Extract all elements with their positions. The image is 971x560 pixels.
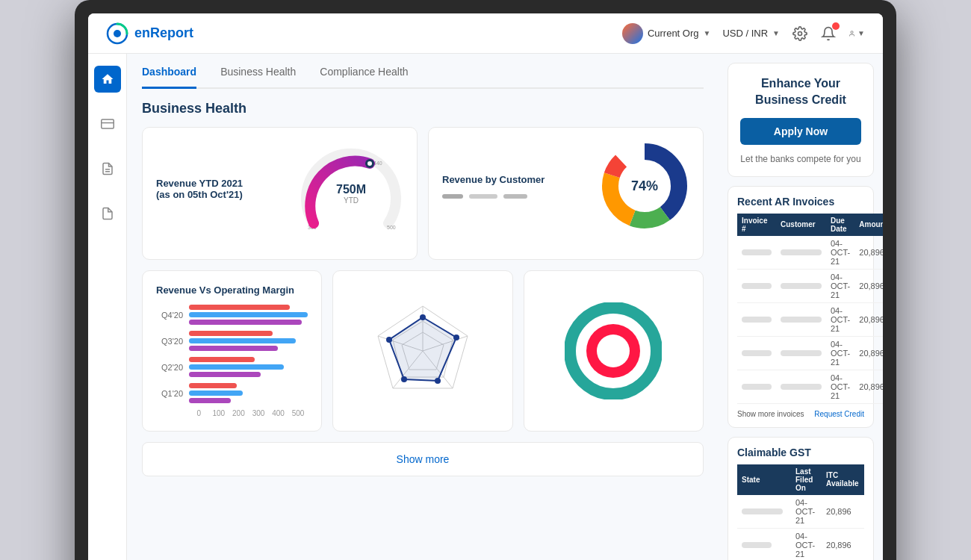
sidebar-item-docs[interactable]	[94, 155, 121, 182]
ar-invoice-num	[737, 302, 776, 336]
apply-now-button[interactable]: Apply Now	[740, 118, 861, 145]
sidebar-item-card[interactable]	[94, 111, 121, 137]
gst-panel: Claimable GST State Last Filed On ITC Av…	[728, 437, 874, 560]
svg-point-28	[420, 314, 426, 320]
ar-customer	[776, 370, 826, 403]
tabs-bar: Dashboard Business Health Compliance Hea…	[142, 54, 704, 89]
svg-point-1	[114, 30, 121, 37]
ring-chart-card	[524, 270, 704, 432]
donut-percent: 74%	[631, 178, 658, 194]
svg-point-13	[367, 161, 372, 166]
gst-itc: 20,896	[822, 528, 864, 560]
svg-point-30	[435, 378, 441, 384]
tab-dashboard[interactable]: Dashboard	[142, 66, 196, 89]
gst-state	[737, 528, 791, 560]
gst-col-date: Last Filed On	[791, 464, 822, 495]
notification-badge	[832, 22, 840, 30]
ar-amount: 20,896	[854, 269, 883, 302]
axis-100: 100	[209, 409, 229, 417]
bar-tracks-q3	[189, 331, 308, 351]
gst-itc: 20,896	[822, 495, 864, 529]
ar-customer	[776, 336, 826, 370]
section-title: Business Health	[142, 101, 704, 116]
ar-show-more[interactable]: Show more invoices	[737, 410, 804, 418]
gst-table-row: 04-OCT-21 20,896	[737, 528, 864, 560]
donut-chart: 74%	[600, 141, 689, 231]
bar-axis: 0 100 200 300 400 500	[189, 409, 308, 417]
bar-blue-q3	[189, 338, 296, 343]
gauge-unit: YTD	[336, 196, 366, 205]
spider-chart-card	[332, 270, 512, 432]
spider-chart-svg	[363, 291, 483, 411]
show-more-button[interactable]: Show more	[142, 442, 704, 476]
axis-300: 300	[249, 409, 269, 417]
bar-chart: Q4'20 Q3'20	[156, 305, 308, 417]
credit-banner: Enhance Your Business Credit Apply Now L…	[728, 63, 874, 177]
ar-invoices-table: Invoice # Customer Due Date Amount 04-OC…	[737, 214, 883, 404]
credit-subtitle: Let the banks compete for you	[740, 154, 861, 164]
ar-amount: 20,896	[854, 302, 883, 336]
laptop-screen: enReport Current Org ▼ USD / INR ▼	[88, 13, 883, 560]
currency-selector[interactable]: USD / INR ▼	[722, 28, 780, 39]
top-cards-row: Revenue YTD 2021 (as on 05th Oct'21) 380	[142, 127, 704, 260]
org-avatar	[622, 23, 643, 44]
credit-banner-title: Enhance Your Business Credit	[740, 75, 861, 109]
app-title: enReport	[134, 25, 193, 41]
ar-request-credit[interactable]: Request Credit	[814, 410, 864, 418]
svg-point-3	[851, 31, 853, 33]
revenue-ytd-inner: Revenue YTD 2021 (as on 05th Oct'21) 380	[156, 141, 403, 246]
gauge-chart: 380 440 500	[299, 141, 403, 246]
ar-amount: 20,896	[854, 370, 883, 403]
bar-label-q3: Q3'20	[156, 337, 183, 346]
ar-table-row: 04-OCT-21 20,896	[737, 236, 883, 270]
ar-table-footer: Show more invoices Request Credit	[737, 410, 864, 418]
revenue-by-customer-card: Revenue by Customer	[428, 127, 704, 260]
settings-nav-icon[interactable]	[792, 25, 808, 42]
axis-200: 200	[229, 409, 249, 417]
gst-table-header: State Last Filed On ITC Available	[737, 464, 864, 495]
gst-col-itc: ITC Available	[822, 464, 864, 495]
revenue-ytd-card: Revenue YTD 2021 (as on 05th Oct'21) 380	[142, 127, 418, 260]
ar-invoice-num	[737, 370, 776, 403]
ar-table-body: 04-OCT-21 20,896 04-OCT-21 20,896 04-OCT…	[737, 236, 883, 404]
ar-invoice-num	[737, 236, 776, 270]
axis-500: 500	[288, 409, 308, 417]
svg-point-35	[597, 335, 630, 367]
revenue-ytd-label-area: Revenue YTD 2021 (as on 05th Oct'21)	[156, 178, 290, 209]
gauge-value: 750M	[336, 183, 366, 196]
ar-due-date: 04-OCT-21	[826, 236, 854, 270]
sidebar-item-file[interactable]	[94, 200, 121, 227]
org-name: Current Org	[648, 28, 699, 39]
revenue-legend	[442, 194, 588, 199]
tab-compliance-health[interactable]: Compliance Health	[320, 66, 408, 89]
col-due-date: Due Date	[826, 214, 854, 236]
ar-invoices-panel: Recent AR Invoices Invoice # Customer Du…	[728, 186, 874, 428]
svg-marker-27	[389, 317, 456, 381]
legend-bar-1	[442, 194, 463, 199]
axis-400: 400	[268, 409, 288, 417]
gst-title: Claimable GST	[737, 447, 864, 458]
sidebar-item-home[interactable]	[94, 66, 121, 93]
ar-table-row: 04-OCT-21 20,896	[737, 336, 883, 370]
gst-date: 04-OCT-21	[791, 528, 822, 560]
gst-table: State Last Filed On ITC Available 04-OCT…	[737, 464, 864, 560]
ar-customer	[776, 269, 826, 302]
legend-bar-2	[469, 194, 497, 199]
ar-table-row: 04-OCT-21 20,896	[737, 302, 883, 336]
content-area: Dashboard Business Health Compliance Hea…	[127, 54, 883, 560]
svg-text:500: 500	[387, 225, 396, 230]
svg-point-29	[453, 335, 459, 340]
ar-due-date: 04-OCT-21	[826, 336, 854, 370]
org-selector[interactable]: Current Org ▼	[622, 23, 711, 44]
user-icon[interactable]: ▼	[849, 25, 865, 42]
bar-blue-q1	[189, 391, 243, 396]
bar-red-q2	[189, 357, 255, 362]
notifications-icon[interactable]	[820, 25, 837, 42]
col-amount: Amount	[854, 214, 883, 236]
top-nav: enReport Current Org ▼ USD / INR ▼	[88, 13, 883, 54]
main-layout: ? Dashboard Business Health Compliance	[88, 54, 883, 560]
tab-business-health[interactable]: Business Health	[220, 66, 296, 89]
bar-purple-q4	[189, 320, 302, 325]
bar-label-q4: Q4'20	[156, 311, 183, 320]
currency-label: USD / INR	[722, 28, 768, 39]
